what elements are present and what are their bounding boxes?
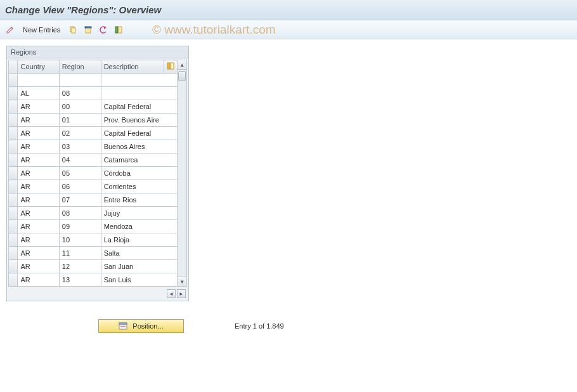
vertical-scrollbar[interactable]: ▲ ▼ (178, 60, 187, 287)
cell-description[interactable]: Entre Rios (101, 193, 178, 207)
cell-description[interactable]: Corrientes (101, 180, 178, 193)
table-row[interactable]: AR00Capital Federal (9, 100, 178, 114)
table-row[interactable]: AR12San Juan (9, 260, 178, 273)
new-entries-button[interactable]: New Entries (19, 23, 64, 36)
cell-description[interactable]: Capital Federal (101, 100, 178, 114)
row-selector[interactable] (9, 233, 18, 247)
cell-region[interactable] (59, 74, 101, 87)
table-row[interactable]: AL08 (9, 87, 178, 100)
position-button[interactable]: Position... (98, 319, 184, 333)
cell-country[interactable]: AR (18, 100, 59, 114)
table-row[interactable]: AR01Prov. Buenos Aire (9, 114, 178, 127)
cell-country[interactable]: AR (18, 220, 59, 233)
cell-region[interactable]: 08 (59, 207, 101, 220)
cell-region[interactable]: 13 (59, 273, 101, 287)
cell-country[interactable]: AR (18, 193, 59, 207)
cell-description[interactable] (101, 87, 178, 100)
cell-description[interactable] (101, 74, 178, 87)
scroll-track[interactable] (178, 70, 186, 277)
row-selector[interactable] (9, 127, 18, 140)
cell-region[interactable]: 02 (59, 127, 101, 140)
copy-icon[interactable] (67, 23, 79, 36)
cell-country[interactable]: AR (18, 260, 59, 273)
row-selector[interactable] (9, 180, 18, 193)
cell-region[interactable]: 10 (59, 233, 101, 247)
cell-region[interactable]: 11 (59, 247, 101, 260)
cell-region[interactable]: 12 (59, 260, 101, 273)
table-row[interactable]: AR10La Rioja (9, 233, 178, 247)
cell-country[interactable]: AR (18, 180, 59, 193)
scroll-right-icon[interactable]: ► (177, 289, 186, 298)
cell-region[interactable]: 05 (59, 167, 101, 180)
scroll-up-icon[interactable]: ▲ (178, 60, 186, 70)
table-row[interactable]: AR06Corrientes (9, 180, 178, 193)
cell-description[interactable]: Buenos Aires (101, 140, 178, 154)
table-row[interactable]: AR07Entre Rios (9, 193, 178, 207)
cell-region[interactable]: 00 (59, 100, 101, 114)
row-selector[interactable] (9, 247, 18, 260)
row-selector[interactable] (9, 140, 18, 154)
cell-description[interactable]: Salta (101, 247, 178, 260)
row-selector[interactable] (9, 260, 18, 273)
cell-description[interactable]: Jujuy (101, 207, 178, 220)
row-selector[interactable] (9, 87, 18, 100)
table-row[interactable]: AR13San Luis (9, 273, 178, 287)
cell-description[interactable]: San Juan (101, 260, 178, 273)
cell-country[interactable]: AR (18, 247, 59, 260)
cell-country[interactable]: AR (18, 273, 59, 287)
col-description-header[interactable]: Description (101, 60, 164, 74)
cell-region[interactable]: 08 (59, 87, 101, 100)
cell-description[interactable]: Catamarca (101, 154, 178, 167)
cell-country[interactable]: AR (18, 127, 59, 140)
delete-icon[interactable] (82, 23, 94, 36)
cell-region[interactable]: 01 (59, 114, 101, 127)
cell-region[interactable]: 09 (59, 220, 101, 233)
cell-region[interactable]: 06 (59, 180, 101, 193)
row-selector[interactable] (9, 167, 18, 180)
cell-country[interactable]: AR (18, 167, 59, 180)
cell-country[interactable]: AL (18, 87, 59, 100)
table-row[interactable] (9, 74, 178, 87)
cell-country[interactable]: AR (18, 114, 59, 127)
row-selector[interactable] (9, 154, 18, 167)
row-selector[interactable] (9, 273, 18, 287)
cell-country[interactable]: AR (18, 140, 59, 154)
cell-country[interactable]: AR (18, 207, 59, 220)
cell-description[interactable]: Córdoba (101, 167, 178, 180)
col-country-header[interactable]: Country (18, 60, 59, 74)
undo-icon[interactable] (97, 23, 110, 36)
cell-region[interactable]: 07 (59, 193, 101, 207)
table-row[interactable]: AR05Córdoba (9, 167, 178, 180)
col-region-header[interactable]: Region (59, 60, 101, 74)
scroll-down-icon[interactable]: ▼ (178, 277, 186, 286)
table-row[interactable]: AR09Mendoza (9, 220, 178, 233)
row-selector[interactable] (9, 100, 18, 114)
table-row[interactable]: AR11Salta (9, 247, 178, 260)
scroll-thumb[interactable] (178, 71, 186, 81)
table-row[interactable]: AR02Capital Federal (9, 127, 178, 140)
row-selector[interactable] (9, 114, 18, 127)
table-row[interactable]: AR08Jujuy (9, 207, 178, 220)
svg-rect-4 (115, 27, 118, 33)
cell-description[interactable]: San Luis (101, 273, 178, 287)
cell-region[interactable]: 04 (59, 154, 101, 167)
cell-description[interactable]: Capital Federal (101, 127, 178, 140)
row-selector[interactable] (9, 193, 18, 207)
cell-description[interactable]: Prov. Buenos Aire (101, 114, 178, 127)
change-icon[interactable] (4, 23, 16, 36)
configure-columns-icon[interactable] (164, 60, 178, 74)
cell-country[interactable]: AR (18, 233, 59, 247)
table-row[interactable]: AR04Catamarca (9, 154, 178, 167)
cell-description[interactable]: Mendoza (101, 220, 178, 233)
row-selector[interactable] (9, 74, 18, 87)
cell-country[interactable] (18, 74, 59, 87)
table-row[interactable]: AR03Buenos Aires (9, 140, 178, 154)
scroll-left-icon[interactable]: ◄ (167, 289, 176, 298)
row-selector[interactable] (9, 207, 18, 220)
cell-country[interactable]: AR (18, 154, 59, 167)
cell-description[interactable]: La Rioja (101, 233, 178, 247)
select-all-icon[interactable] (112, 23, 125, 36)
row-selector[interactable] (9, 220, 18, 233)
cell-region[interactable]: 03 (59, 140, 101, 154)
col-select-header[interactable] (9, 60, 18, 74)
